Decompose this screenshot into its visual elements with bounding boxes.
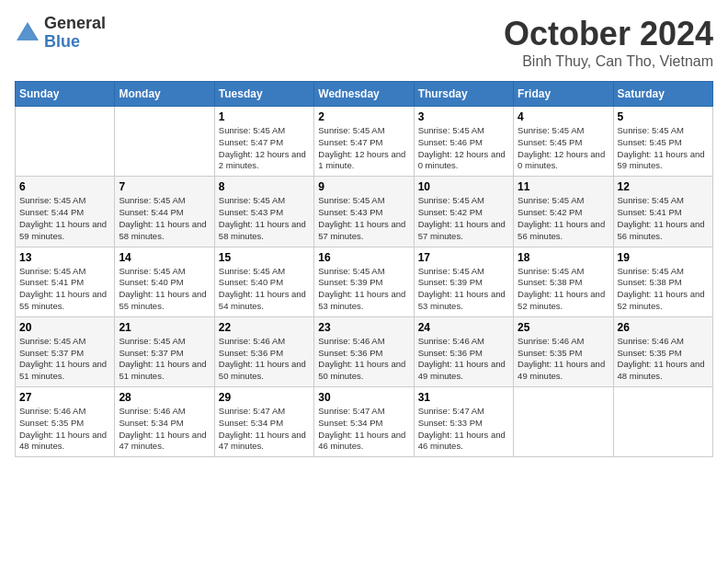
day-content: Sunrise: 5:46 AM Sunset: 5:36 PM Dayligh… [318, 336, 409, 383]
day-number: 7 [119, 180, 210, 193]
day-content: Sunrise: 5:46 AM Sunset: 5:35 PM Dayligh… [19, 406, 110, 453]
calendar-cell: 10Sunrise: 5:45 AM Sunset: 5:42 PM Dayli… [414, 177, 513, 247]
calendar-day-header: Thursday [414, 82, 513, 107]
calendar-cell: 29Sunrise: 5:47 AM Sunset: 5:34 PM Dayli… [214, 387, 313, 457]
day-content: Sunrise: 5:45 AM Sunset: 5:42 PM Dayligh… [518, 195, 609, 242]
day-number: 2 [318, 110, 409, 123]
calendar-cell: 4Sunrise: 5:45 AM Sunset: 5:45 PM Daylig… [514, 107, 613, 177]
calendar-week-row: 27Sunrise: 5:46 AM Sunset: 5:35 PM Dayli… [16, 387, 713, 457]
day-content: Sunrise: 5:45 AM Sunset: 5:46 PM Dayligh… [418, 125, 509, 172]
day-number: 22 [219, 321, 310, 334]
calendar-cell: 15Sunrise: 5:45 AM Sunset: 5:40 PM Dayli… [214, 247, 313, 316]
day-content: Sunrise: 5:45 AM Sunset: 5:37 PM Dayligh… [119, 336, 210, 383]
day-number: 11 [518, 180, 609, 193]
day-number: 17 [418, 251, 509, 264]
day-content: Sunrise: 5:45 AM Sunset: 5:42 PM Dayligh… [418, 195, 509, 242]
calendar-cell: 12Sunrise: 5:45 AM Sunset: 5:41 PM Dayli… [613, 177, 712, 247]
calendar-week-row: 13Sunrise: 5:45 AM Sunset: 5:41 PM Dayli… [16, 247, 713, 316]
calendar-cell [115, 107, 214, 177]
calendar-cell: 20Sunrise: 5:45 AM Sunset: 5:37 PM Dayli… [16, 316, 115, 386]
day-content: Sunrise: 5:46 AM Sunset: 5:36 PM Dayligh… [219, 336, 310, 383]
day-content: Sunrise: 5:45 AM Sunset: 5:45 PM Dayligh… [618, 125, 709, 172]
calendar-cell: 24Sunrise: 5:46 AM Sunset: 5:36 PM Dayli… [414, 316, 513, 386]
day-content: Sunrise: 5:45 AM Sunset: 5:41 PM Dayligh… [19, 266, 110, 313]
calendar-cell: 22Sunrise: 5:46 AM Sunset: 5:36 PM Dayli… [214, 316, 313, 386]
logo-text: General Blue [44, 15, 106, 52]
month-title: October 2024 [504, 15, 713, 53]
day-content: Sunrise: 5:45 AM Sunset: 5:43 PM Dayligh… [219, 195, 310, 242]
calendar-cell: 23Sunrise: 5:46 AM Sunset: 5:36 PM Dayli… [314, 316, 414, 386]
day-number: 16 [318, 251, 409, 264]
day-content: Sunrise: 5:46 AM Sunset: 5:35 PM Dayligh… [618, 336, 709, 383]
day-content: Sunrise: 5:45 AM Sunset: 5:43 PM Dayligh… [318, 195, 409, 242]
calendar-week-row: 6Sunrise: 5:45 AM Sunset: 5:44 PM Daylig… [16, 177, 713, 247]
day-number: 3 [418, 110, 509, 123]
day-content: Sunrise: 5:45 AM Sunset: 5:38 PM Dayligh… [518, 266, 609, 313]
day-content: Sunrise: 5:45 AM Sunset: 5:39 PM Dayligh… [418, 266, 509, 313]
logo-icon [15, 20, 40, 46]
day-number: 23 [318, 321, 409, 334]
day-number: 12 [618, 180, 709, 193]
day-content: Sunrise: 5:47 AM Sunset: 5:34 PM Dayligh… [219, 406, 310, 453]
day-number: 24 [418, 321, 509, 334]
day-number: 4 [518, 110, 609, 123]
day-number: 13 [19, 251, 110, 264]
day-number: 20 [19, 321, 110, 334]
day-number: 5 [618, 110, 709, 123]
day-number: 10 [418, 180, 509, 193]
day-number: 29 [219, 391, 310, 404]
day-number: 26 [618, 321, 709, 334]
day-content: Sunrise: 5:45 AM Sunset: 5:40 PM Dayligh… [219, 266, 310, 313]
day-content: Sunrise: 5:45 AM Sunset: 5:44 PM Dayligh… [119, 195, 210, 242]
day-content: Sunrise: 5:45 AM Sunset: 5:37 PM Dayligh… [19, 336, 110, 383]
day-number: 27 [19, 391, 110, 404]
day-content: Sunrise: 5:45 AM Sunset: 5:45 PM Dayligh… [518, 125, 609, 172]
calendar-cell: 30Sunrise: 5:47 AM Sunset: 5:34 PM Dayli… [314, 387, 414, 457]
calendar-cell: 11Sunrise: 5:45 AM Sunset: 5:42 PM Dayli… [514, 177, 613, 247]
day-content: Sunrise: 5:45 AM Sunset: 5:39 PM Dayligh… [318, 266, 409, 313]
day-number: 9 [318, 180, 409, 193]
day-number: 1 [219, 110, 310, 123]
calendar-cell: 19Sunrise: 5:45 AM Sunset: 5:38 PM Dayli… [613, 247, 712, 316]
calendar-day-header: Friday [514, 82, 613, 107]
calendar-cell: 13Sunrise: 5:45 AM Sunset: 5:41 PM Dayli… [16, 247, 115, 316]
calendar-day-header: Monday [115, 82, 214, 107]
calendar-cell: 31Sunrise: 5:47 AM Sunset: 5:33 PM Dayli… [414, 387, 513, 457]
calendar-cell: 8Sunrise: 5:45 AM Sunset: 5:43 PM Daylig… [214, 177, 313, 247]
day-content: Sunrise: 5:47 AM Sunset: 5:33 PM Dayligh… [418, 406, 509, 453]
day-content: Sunrise: 5:46 AM Sunset: 5:36 PM Dayligh… [418, 336, 509, 383]
day-number: 25 [518, 321, 609, 334]
calendar-cell: 9Sunrise: 5:45 AM Sunset: 5:43 PM Daylig… [314, 177, 414, 247]
calendar-header-row: SundayMondayTuesdayWednesdayThursdayFrid… [16, 82, 713, 107]
calendar-day-header: Saturday [613, 82, 712, 107]
calendar-day-header: Sunday [16, 82, 115, 107]
calendar-cell [514, 387, 613, 457]
logo: General Blue [15, 15, 106, 52]
calendar-cell: 28Sunrise: 5:46 AM Sunset: 5:34 PM Dayli… [115, 387, 214, 457]
calendar-week-row: 1Sunrise: 5:45 AM Sunset: 5:47 PM Daylig… [16, 107, 713, 177]
calendar-week-row: 20Sunrise: 5:45 AM Sunset: 5:37 PM Dayli… [16, 316, 713, 386]
day-content: Sunrise: 5:45 AM Sunset: 5:47 PM Dayligh… [318, 125, 409, 172]
day-number: 14 [119, 251, 210, 264]
calendar-cell: 17Sunrise: 5:45 AM Sunset: 5:39 PM Dayli… [414, 247, 513, 316]
calendar-day-header: Tuesday [214, 82, 313, 107]
day-number: 31 [418, 391, 509, 404]
calendar-cell: 7Sunrise: 5:45 AM Sunset: 5:44 PM Daylig… [115, 177, 214, 247]
calendar-cell: 5Sunrise: 5:45 AM Sunset: 5:45 PM Daylig… [613, 107, 712, 177]
day-number: 21 [119, 321, 210, 334]
day-number: 30 [318, 391, 409, 404]
calendar-cell: 25Sunrise: 5:46 AM Sunset: 5:35 PM Dayli… [514, 316, 613, 386]
day-content: Sunrise: 5:45 AM Sunset: 5:41 PM Dayligh… [618, 195, 709, 242]
day-content: Sunrise: 5:47 AM Sunset: 5:34 PM Dayligh… [318, 406, 409, 453]
day-content: Sunrise: 5:45 AM Sunset: 5:38 PM Dayligh… [618, 266, 709, 313]
day-content: Sunrise: 5:45 AM Sunset: 5:40 PM Dayligh… [119, 266, 210, 313]
calendar-cell: 14Sunrise: 5:45 AM Sunset: 5:40 PM Dayli… [115, 247, 214, 316]
day-content: Sunrise: 5:45 AM Sunset: 5:44 PM Dayligh… [19, 195, 110, 242]
calendar-cell: 27Sunrise: 5:46 AM Sunset: 5:35 PM Dayli… [16, 387, 115, 457]
calendar-cell: 26Sunrise: 5:46 AM Sunset: 5:35 PM Dayli… [613, 316, 712, 386]
day-number: 8 [219, 180, 310, 193]
calendar-cell [613, 387, 712, 457]
logo-general-text: General [44, 15, 106, 33]
day-number: 18 [518, 251, 609, 264]
calendar-table: SundayMondayTuesdayWednesdayThursdayFrid… [15, 81, 713, 457]
